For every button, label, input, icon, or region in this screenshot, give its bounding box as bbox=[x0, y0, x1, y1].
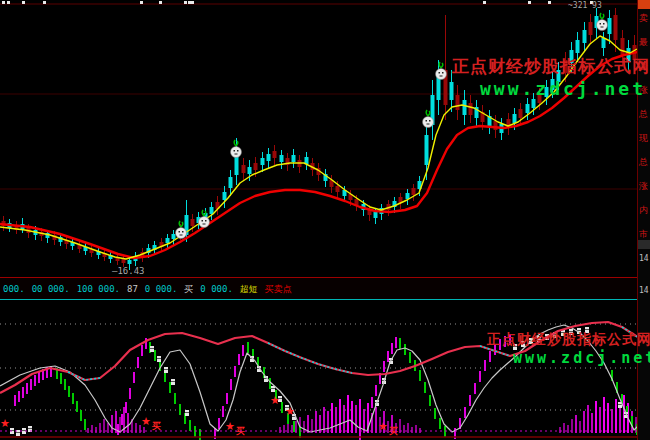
quote-field-label: 现 bbox=[639, 134, 648, 143]
green-ladder-bar bbox=[434, 408, 436, 419]
buy-star-icon: ★ bbox=[270, 394, 280, 407]
magenta-ladder-bar bbox=[218, 418, 220, 429]
smiley-signal-marker bbox=[436, 62, 447, 80]
magenta-ladder-bar bbox=[484, 360, 486, 371]
smiley-signal-marker bbox=[199, 210, 210, 228]
green-ladder-bar bbox=[429, 395, 431, 406]
green-ladder-bar bbox=[154, 350, 156, 361]
magenta-ladder-bar bbox=[238, 354, 240, 365]
quote-sidebar[interactable]: 卖最涨涨总现总涨内市1414 bbox=[637, 0, 650, 440]
green-ladder-bar bbox=[169, 382, 171, 393]
volume-histogram-bar bbox=[283, 425, 285, 433]
volume-histogram-bar bbox=[87, 428, 89, 433]
volume-histogram-bar bbox=[107, 423, 109, 433]
candle-body bbox=[589, 22, 593, 35]
candle-body bbox=[210, 207, 214, 214]
green-ladder-bar bbox=[60, 373, 62, 384]
volume-histogram-bar bbox=[331, 403, 333, 433]
volume-histogram-bar bbox=[347, 395, 349, 433]
volume-histogram-bar bbox=[559, 427, 561, 433]
magenta-ladder-bar bbox=[121, 414, 123, 425]
volume-histogram-bar bbox=[403, 425, 405, 433]
magenta-ladder-bar bbox=[494, 344, 496, 355]
toolbar-dot bbox=[528, 1, 531, 4]
candle-body bbox=[229, 177, 233, 188]
smiley-signal-marker bbox=[597, 13, 608, 31]
candle-body bbox=[223, 192, 227, 200]
sidebar-highlight-row bbox=[638, 240, 650, 249]
candle-body bbox=[469, 103, 473, 115]
candle-body bbox=[450, 82, 454, 100]
magenta-ladder-bar bbox=[371, 397, 373, 408]
volume-histogram-bar bbox=[615, 399, 617, 433]
green-ladder-bar bbox=[399, 338, 401, 349]
toolbar-dot bbox=[140, 1, 143, 4]
volume-histogram-bar bbox=[619, 405, 621, 433]
oscillator-panel-canvas[interactable]: ★★★★★★买买买 bbox=[0, 300, 650, 440]
candle-body bbox=[456, 95, 460, 110]
buy-star-icon: ★ bbox=[0, 417, 10, 430]
volume-histogram-bar bbox=[567, 425, 569, 433]
magenta-ladder-bar bbox=[387, 351, 389, 362]
toolbar-dot bbox=[184, 1, 187, 4]
quote-field-label: 涨 bbox=[639, 62, 648, 71]
ma-fast-line bbox=[0, 36, 637, 259]
volume-histogram-bar bbox=[603, 397, 605, 433]
volume-histogram-bar bbox=[351, 401, 353, 433]
magenta-ladder-bar bbox=[479, 371, 481, 382]
candle-body bbox=[557, 70, 561, 82]
status-segment: 87 bbox=[127, 284, 138, 294]
buy-signal-label: 买 bbox=[151, 421, 161, 431]
crosshair-value-label: ~321 93 bbox=[568, 1, 602, 10]
volume-histogram-bar bbox=[415, 425, 417, 433]
candle-body bbox=[526, 104, 530, 113]
crimson-indicator-line bbox=[0, 322, 650, 393]
candle-body bbox=[172, 234, 176, 239]
toolbar-dot bbox=[483, 1, 486, 4]
candle-body bbox=[166, 238, 170, 243]
magenta-ladder-bar bbox=[391, 343, 393, 354]
ma-slow-line bbox=[0, 52, 637, 258]
green-ladder-bar bbox=[419, 370, 421, 381]
candle-body bbox=[292, 155, 296, 162]
green-ladder-bar bbox=[68, 386, 70, 397]
magenta-ladder-bar bbox=[22, 387, 24, 398]
quote-field-label: 卖 bbox=[639, 14, 648, 23]
candle-body bbox=[242, 165, 246, 173]
price-chart-canvas[interactable]: —16.43~321 93 bbox=[0, 0, 650, 277]
magenta-ladder-bar bbox=[125, 402, 127, 413]
candle-body bbox=[583, 30, 587, 43]
volume-histogram-bar bbox=[103, 419, 105, 433]
status-segment: 100 000. bbox=[77, 284, 120, 294]
status-segment: 超短 bbox=[240, 284, 258, 294]
volume-histogram-bar bbox=[595, 401, 597, 433]
candle-body bbox=[122, 259, 126, 263]
candle-body bbox=[576, 40, 580, 53]
candle-body bbox=[267, 154, 271, 161]
quote-field-label: 总 bbox=[639, 158, 648, 167]
volume-histogram-bar bbox=[95, 427, 97, 433]
green-ladder-bar bbox=[439, 418, 441, 429]
toolbar-dot bbox=[159, 1, 162, 4]
volume-histogram-bar bbox=[575, 415, 577, 433]
quote-field-label: 总 bbox=[639, 110, 648, 119]
volume-histogram-bar bbox=[587, 405, 589, 433]
candle-body bbox=[570, 50, 574, 63]
status-segment: 0 000. bbox=[200, 284, 233, 294]
trading-app-window: —16.43~321 93 000.00 000.100 000.870 000… bbox=[0, 0, 650, 440]
green-ladder-bar bbox=[409, 352, 411, 363]
status-segment: 00 000. bbox=[32, 284, 70, 294]
green-ladder-bar bbox=[84, 419, 86, 430]
green-ladder-bar bbox=[72, 393, 74, 404]
status-segment: 000. bbox=[3, 284, 25, 294]
toolbar-dot bbox=[188, 1, 191, 4]
volume-histogram-bar bbox=[563, 423, 565, 433]
candle-body bbox=[235, 155, 239, 175]
quote-field-value: 14 bbox=[639, 287, 649, 295]
candle-body bbox=[261, 158, 265, 165]
status-segment: 0 000. bbox=[145, 284, 178, 294]
smiley-face-icon bbox=[199, 217, 210, 228]
indicator-status-bar: 000.00 000.100 000.870 000.买0 000.超短买卖点 bbox=[0, 277, 650, 300]
magenta-ladder-bar bbox=[30, 379, 32, 390]
green-ladder-bar bbox=[293, 421, 295, 432]
